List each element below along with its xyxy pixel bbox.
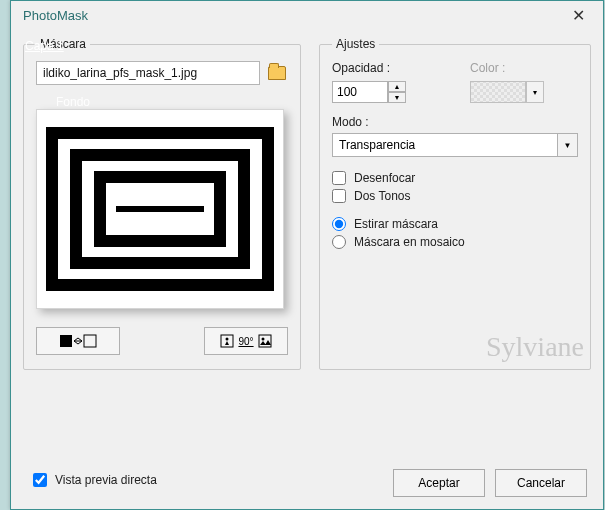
blur-checkbox[interactable] <box>332 171 346 185</box>
watermark-signature: Sylviane <box>486 331 584 363</box>
mosaic-radio[interactable] <box>332 235 346 249</box>
twotone-label: Dos Tonos <box>354 189 410 203</box>
ok-button[interactable]: Aceptar <box>393 469 485 497</box>
flip-mask-button[interactable] <box>36 327 120 355</box>
adjust-legend: Ajustes <box>332 37 379 51</box>
opacity-up[interactable]: ▲ <box>388 81 406 92</box>
svg-point-8 <box>226 338 229 341</box>
live-preview-checkbox[interactable] <box>33 473 47 487</box>
rotate-label: 90° <box>238 336 253 347</box>
stretch-label: Estirar máscara <box>354 217 438 231</box>
mode-label: Modo : <box>332 115 578 129</box>
opacity-spinner[interactable]: ▲ ▼ <box>332 81 440 103</box>
blur-label: Desenfocar <box>354 171 415 185</box>
flip-icon <box>58 333 98 349</box>
folder-icon <box>268 66 286 80</box>
mask-filename-input[interactable] <box>36 61 260 85</box>
twotone-checkbox[interactable] <box>332 189 346 203</box>
svg-rect-5 <box>60 335 72 347</box>
mode-select[interactable] <box>332 133 558 157</box>
live-preview-label: Vista previa directa <box>55 473 157 487</box>
blur-checkbox-row[interactable]: Desenfocar <box>332 171 578 185</box>
svg-rect-6 <box>84 335 96 347</box>
browse-button[interactable] <box>266 62 288 84</box>
person-icon <box>220 334 234 348</box>
landscape-icon <box>258 334 272 348</box>
stretch-radio-row[interactable]: Estirar máscara <box>332 217 578 231</box>
close-icon[interactable]: ✕ <box>564 6 593 25</box>
live-preview-row[interactable]: Vista previa directa <box>33 473 157 487</box>
mask-image <box>42 119 278 299</box>
rotate-mask-button[interactable]: 90° <box>204 327 288 355</box>
photomask-dialog: PhotoMask ✕ Capa 1 Máscara Fondo <box>10 0 604 510</box>
opacity-input[interactable] <box>332 81 388 103</box>
bg-layer-hint: Fondo <box>56 95 90 109</box>
cancel-button[interactable]: Cancelar <box>495 469 587 497</box>
titlebar: PhotoMask ✕ <box>11 1 603 31</box>
mosaic-radio-row[interactable]: Máscara en mosaico <box>332 235 578 249</box>
mask-preview <box>36 109 284 309</box>
svg-rect-9 <box>259 335 271 347</box>
window-title: PhotoMask <box>23 8 88 23</box>
mode-dropdown[interactable]: ▼ <box>558 133 578 157</box>
mosaic-label: Máscara en mosaico <box>354 235 465 249</box>
opacity-label: Opacidad : <box>332 61 440 75</box>
color-dropdown[interactable]: ▾ <box>526 81 544 103</box>
layer-hint: Capa 1 <box>25 39 64 53</box>
color-swatch[interactable] <box>470 81 526 103</box>
color-label: Color : <box>470 61 578 75</box>
opacity-down[interactable]: ▼ <box>388 92 406 103</box>
twotone-checkbox-row[interactable]: Dos Tonos <box>332 189 578 203</box>
adjust-group: Ajustes Opacidad : Color : ▲ ▼ ▾ Modo <box>319 37 591 370</box>
stretch-radio[interactable] <box>332 217 346 231</box>
svg-point-10 <box>261 338 264 341</box>
mask-group: Máscara Fondo <box>23 37 301 370</box>
